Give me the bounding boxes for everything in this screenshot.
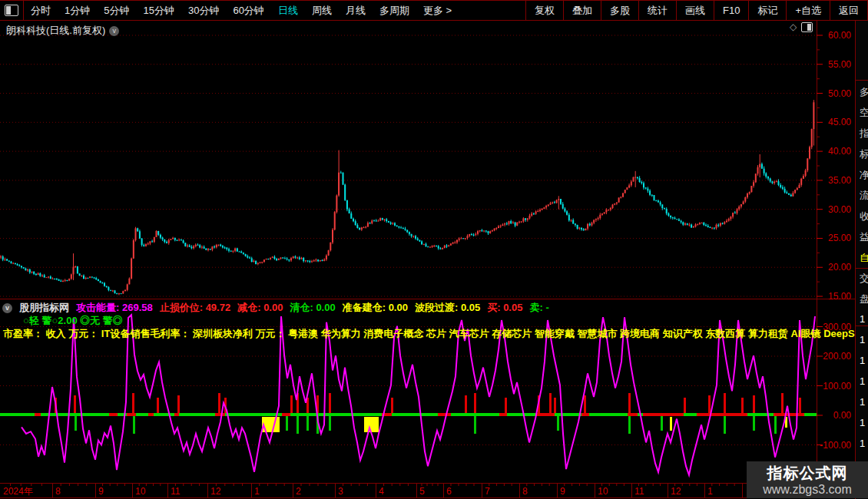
cropped-glyph: 1 (860, 334, 865, 345)
toolbar-period-item[interactable]: 15分钟 (136, 1, 181, 20)
indicator-status-item: 准备建仓: 0.00 (343, 301, 408, 315)
cropped-glyph: 自 (860, 251, 868, 265)
indicator-status-item: 减仓: 0.00 (237, 301, 283, 315)
indicator-status-item: 卖: - (529, 301, 548, 315)
chart-graphics: 60.0055.0050.0045.0040.0035.0030.0025.00… (0, 1, 868, 499)
toolbar-period-item[interactable]: 周线 (305, 1, 339, 20)
cropped-glyph: 指 (860, 127, 868, 140)
toolbar-tool-item[interactable]: F10 (714, 1, 748, 20)
indicator-axis-label: 0.00 (833, 410, 852, 421)
x-axis-month-label: 3 (338, 486, 343, 497)
stock-title-label: 朗科科技(日线.前复权) (6, 24, 105, 38)
cropped-glyph: 1 (860, 355, 865, 366)
x-axis-month-label: 9 (560, 486, 565, 497)
toolbar-period-item[interactable]: 1分钟 (58, 1, 97, 20)
x-axis-month-label: 4 (379, 486, 384, 497)
cropped-glyph: 交 (860, 272, 868, 286)
indicator-status-item: 攻击能量: 269.58 (76, 301, 153, 315)
toolbar-period-item[interactable]: 分时 (24, 1, 58, 20)
price-axis-label: 25.00 (828, 233, 851, 243)
cropped-quote-panel: 多空指标净流收益自交盘1111111 (855, 21, 868, 499)
chart-title: 朗科科技(日线.前复权) v (6, 24, 119, 38)
candlestick-series (0, 100, 814, 295)
indicator-axis-label: 100.00 (823, 381, 851, 392)
toolbar-tool-item[interactable]: +自选 (786, 1, 830, 20)
cropped-glyph: 净 (860, 168, 868, 182)
chevron-down-icon[interactable]: v (109, 26, 119, 36)
price-axis-label: 20.00 (828, 262, 851, 273)
x-axis-year-label: 2024年 (3, 486, 33, 497)
toolbar-period-item[interactable]: 30分钟 (181, 1, 226, 20)
toolbar-tool-item[interactable]: 统计 (638, 1, 676, 20)
diamond-icon[interactable]: ◇ (790, 21, 797, 32)
x-axis-month-label: 11 (634, 486, 644, 497)
price-axis-label: 15.00 (828, 291, 851, 302)
main-price-grid: 60.0055.0050.0045.0040.0035.0030.0025.00… (0, 30, 851, 302)
cropped-glyph: 标 (860, 147, 868, 161)
x-axis-month-label: 10 (598, 486, 608, 497)
panel-toggle-icon[interactable] (801, 22, 813, 32)
toolbar-tool-item[interactable]: 多股 (601, 1, 638, 20)
x-axis-month-label: 10 (135, 486, 146, 497)
cropped-glyph: 1 (860, 375, 865, 387)
price-axis-label: 60.00 (828, 30, 851, 41)
toolbar-tool-item[interactable]: 叠加 (563, 1, 601, 20)
indicator-status-item: 买: 0.05 (487, 301, 522, 315)
cropped-glyph: 1 (860, 417, 865, 428)
indicator-concepts-line: 市盈率： 收入 万元： IT设备销售毛利率： 深圳板块净利 万元： 粤港澳 华为… (3, 327, 868, 341)
toolbar-period-item[interactable]: 日线 (271, 1, 305, 20)
indicator-status-item: 止损价位: 49.72 (160, 301, 230, 315)
x-axis-month-label: 6 (446, 486, 452, 497)
price-axis-label: 55.00 (828, 59, 851, 70)
indicator-alert-line: ○轻 警○2.00 ◎无 警◎ (23, 314, 123, 328)
toolbar-period-item[interactable]: 多周期 (373, 1, 416, 20)
tools-menu: 复权叠加多股统计画线F10标记+自选返回 (525, 1, 868, 20)
x-axis-month-label: 9 (98, 486, 104, 497)
cropped-glyph: 1 (860, 396, 865, 408)
cropped-glyph: 盘 (860, 292, 868, 306)
strip-divider (856, 80, 868, 81)
indicator-status-item: 波段过渡: 0.05 (415, 301, 480, 315)
indicator-status-line: v 股朋指标网攻击能量: 269.58止损价位: 49.72减仓: 0.00清仓… (2, 301, 549, 315)
indicator-status-item: 清仓: 0.00 (290, 301, 335, 315)
chart-corner-icons: ◇ (790, 21, 813, 32)
watermark-url: www.zbgs3.com (747, 483, 868, 497)
period-menu: 分时1分钟5分钟15分钟30分钟60分钟日线周线月线多周期更多 > (24, 1, 459, 20)
cropped-glyph: 流 (860, 189, 868, 203)
x-axis-month-label: 8 (55, 486, 61, 497)
price-axis-label: 40.00 (828, 146, 851, 157)
strip-divider (856, 326, 868, 326)
toolbar-period-item[interactable]: 5分钟 (97, 1, 136, 20)
x-axis-month-label: 2 (296, 486, 301, 497)
price-axis-label: 35.00 (828, 175, 851, 186)
toolbar-period-item[interactable]: 月线 (339, 1, 373, 20)
strip-divider (856, 268, 868, 269)
toolbar-period-item[interactable]: 更多 > (416, 1, 459, 20)
indicator-axis-label: -100.00 (820, 440, 851, 451)
toolbar-period-item[interactable]: 60分钟 (226, 1, 270, 20)
cropped-glyph: 1 (860, 438, 865, 449)
indicator-status-item: 股朋指标网 (19, 301, 69, 315)
toolbar-tool-item[interactable]: 画线 (676, 1, 714, 20)
cropped-glyph: 空 (860, 106, 868, 120)
cropped-glyph: 益 (860, 230, 868, 244)
cropped-glyph: 多 (860, 85, 868, 99)
x-axis-month-label: 7 (485, 486, 490, 497)
watermark: 指标公式网 www.zbgs3.com (747, 461, 868, 498)
indicator-zero-line (0, 413, 817, 416)
time-axis: 2024年891011121234567891011121 (3, 484, 802, 497)
toolbar-tool-item[interactable]: 标记 (748, 1, 786, 20)
watermark-title: 指标公式网 (747, 463, 868, 484)
x-axis-month-label: 1 (254, 486, 260, 497)
toolbar-tool-item[interactable]: 返回 (830, 1, 868, 20)
price-axis-label: 50.00 (828, 88, 851, 99)
price-axis-label: 30.00 (828, 204, 851, 215)
x-axis-month-label: 11 (171, 486, 181, 497)
layout-split-icon[interactable] (0, 1, 24, 20)
x-axis-month-label: 8 (522, 486, 528, 497)
x-axis-month-label: 12 (671, 486, 681, 497)
x-axis-month-label: 5 (419, 486, 425, 497)
toolbar-tool-item[interactable]: 复权 (525, 1, 563, 20)
indicator-chevron-icon[interactable]: v (2, 303, 12, 313)
price-axis-label: 45.00 (828, 117, 851, 127)
